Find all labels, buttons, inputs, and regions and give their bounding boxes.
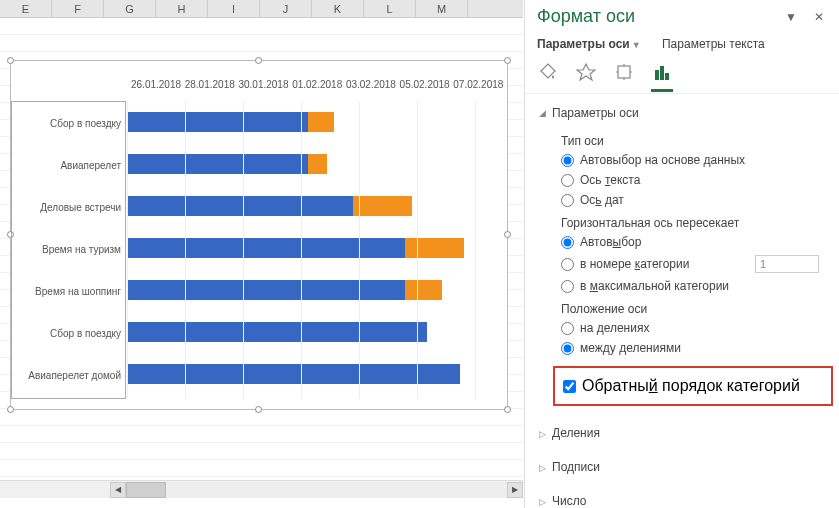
tab-text-params[interactable]: Параметры текста — [662, 37, 765, 51]
column-header[interactable]: H — [156, 0, 208, 17]
column-header[interactable]: J — [260, 0, 312, 17]
column-header[interactable]: M — [416, 0, 468, 17]
radio-auto-data-label: Автовыбор на основе данных — [580, 153, 745, 167]
bar-segment-orange[interactable] — [353, 196, 412, 216]
column-header[interactable]: F — [52, 0, 104, 17]
y-axis-label: Деловые встречи — [12, 186, 125, 228]
panel-options-icon[interactable]: ▼ — [783, 9, 799, 25]
column-header[interactable]: K — [312, 0, 364, 17]
checkbox-reverse-order-label: Обратный порядок категорий — [582, 377, 800, 395]
size-icon[interactable] — [613, 61, 635, 83]
radio-date-axis-label: Ось дат — [580, 193, 624, 207]
x-axis-tick: 03.02.2018 — [346, 79, 400, 90]
effects-icon[interactable] — [575, 61, 597, 83]
radio-between-ticks-label: между делениями — [580, 341, 681, 355]
bar-segment-blue[interactable] — [127, 112, 308, 132]
radio-on-ticks-label: на делениях — [580, 321, 649, 335]
resize-handle[interactable] — [504, 57, 511, 64]
bar-segment-orange[interactable] — [405, 238, 464, 258]
y-axis-label: Время на туризм — [12, 228, 125, 270]
bar-row[interactable] — [127, 185, 497, 227]
radio-text-axis-label: Ось текста — [580, 173, 640, 187]
bar-segment-blue[interactable] — [127, 154, 308, 174]
panel-close-icon[interactable]: ✕ — [811, 9, 827, 25]
y-axis-label: Сбор в поездку — [12, 312, 125, 354]
y-axis-label: Время на шоппинг — [12, 270, 125, 312]
radio-between-ticks[interactable] — [561, 342, 574, 355]
horizontal-scrollbar[interactable]: ◀ ▶ — [0, 480, 523, 498]
radio-on-ticks[interactable] — [561, 322, 574, 335]
section-axis-options[interactable]: Параметры оси — [539, 102, 825, 124]
fill-icon[interactable] — [537, 61, 559, 83]
svg-rect-4 — [665, 73, 669, 80]
bar-segment-blue[interactable] — [127, 196, 353, 216]
column-header[interactable]: I — [208, 0, 260, 17]
radio-date-axis[interactable] — [561, 194, 574, 207]
y-axis-label: Авиаперелет — [12, 144, 125, 186]
section-number[interactable]: Число — [539, 490, 825, 508]
bar-segment-blue[interactable] — [127, 322, 427, 342]
chart-y-axis[interactable]: Сбор в поездкуАвиаперелетДеловые встречи… — [11, 101, 126, 399]
x-axis-tick: 30.01.2018 — [238, 79, 292, 90]
radio-auto-cross[interactable] — [561, 236, 574, 249]
column-header[interactable]: E — [0, 0, 52, 17]
bar-row[interactable] — [127, 353, 497, 395]
bar-row[interactable] — [127, 101, 497, 143]
chart-x-axis[interactable]: 26.01.201828.01.201830.01.201801.02.2018… — [131, 79, 507, 90]
bar-segment-orange[interactable] — [405, 280, 442, 300]
column-headers: EFGHIJKLM — [0, 0, 523, 18]
gantt-chart[interactable]: 26.01.201828.01.201830.01.201801.02.2018… — [10, 60, 508, 410]
x-axis-tick: 05.02.2018 — [400, 79, 454, 90]
axis-options-icon[interactable] — [651, 61, 673, 83]
bar-segment-orange[interactable] — [308, 154, 327, 174]
bar-row[interactable] — [127, 269, 497, 311]
checkbox-reverse-order[interactable] — [563, 380, 576, 393]
scroll-track[interactable] — [126, 482, 507, 498]
axis-type-label: Тип оси — [561, 128, 825, 150]
bar-row[interactable] — [127, 311, 497, 353]
y-axis-label: Сбор в поездку — [12, 102, 125, 144]
bar-segment-blue[interactable] — [127, 238, 405, 258]
bar-segment-orange[interactable] — [308, 112, 334, 132]
resize-handle[interactable] — [504, 406, 511, 413]
highlighted-option: Обратный порядок категорий — [553, 366, 833, 406]
radio-auto-cross-label: Автовыбор — [580, 235, 641, 249]
section-divisions[interactable]: Деления — [539, 422, 825, 444]
chart-bars[interactable] — [127, 101, 497, 399]
axis-position-label: Положение оси — [561, 296, 825, 318]
column-header[interactable]: G — [104, 0, 156, 17]
x-axis-tick: 28.01.2018 — [185, 79, 239, 90]
panel-title: Формат оси — [537, 6, 771, 27]
resize-handle[interactable] — [7, 406, 14, 413]
y-axis-label: Авиаперелет домой — [12, 354, 125, 396]
radio-max-category[interactable] — [561, 280, 574, 293]
bar-row[interactable] — [127, 227, 497, 269]
bar-segment-blue[interactable] — [127, 364, 460, 384]
resize-handle[interactable] — [255, 406, 262, 413]
radio-category-number-label: в номере категории — [580, 257, 689, 271]
x-axis-tick: 26.01.2018 — [131, 79, 185, 90]
scroll-right-button[interactable]: ▶ — [507, 482, 523, 498]
x-axis-tick: 07.02.2018 — [453, 79, 507, 90]
tab-axis-params[interactable]: Параметры оси▼ — [537, 37, 641, 51]
resize-handle[interactable] — [504, 231, 511, 238]
svg-rect-3 — [660, 66, 664, 80]
svg-marker-0 — [577, 64, 595, 80]
bar-segment-blue[interactable] — [127, 280, 405, 300]
x-axis-tick: 01.02.2018 — [292, 79, 346, 90]
resize-handle[interactable] — [7, 57, 14, 64]
radio-category-number[interactable] — [561, 258, 574, 271]
chart-plot-area[interactable]: Сбор в поездкуАвиаперелетДеловые встречи… — [11, 101, 497, 399]
bar-row[interactable] — [127, 143, 497, 185]
svg-rect-2 — [655, 70, 659, 80]
radio-text-axis[interactable] — [561, 174, 574, 187]
radio-auto-data[interactable] — [561, 154, 574, 167]
resize-handle[interactable] — [255, 57, 262, 64]
column-header[interactable]: L — [364, 0, 416, 17]
section-labels[interactable]: Подписи — [539, 456, 825, 478]
category-number-input[interactable] — [755, 255, 819, 273]
format-axis-panel: Формат оси ▼ ✕ Параметры оси▼ Параметры … — [524, 0, 839, 508]
scroll-thumb[interactable] — [126, 482, 166, 498]
h-axis-crosses-label: Горизонтальная ось пересекает — [561, 210, 825, 232]
scroll-left-button[interactable]: ◀ — [110, 482, 126, 498]
